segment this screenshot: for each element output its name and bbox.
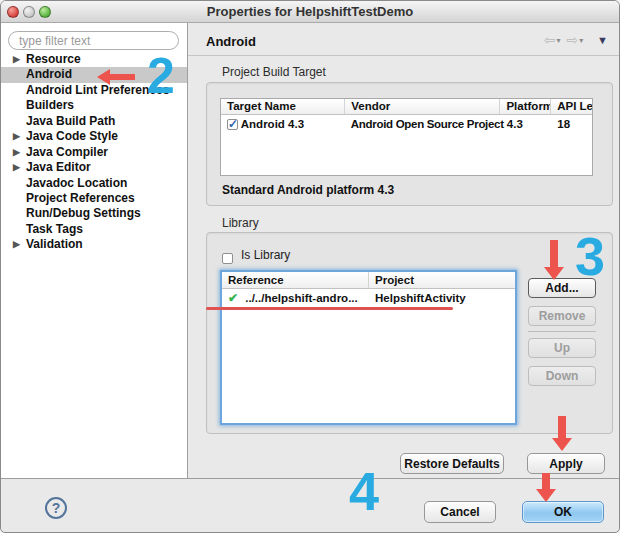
vendor: Android Open Source Project xyxy=(345,118,501,130)
disclosure-triangle-icon[interactable]: ▶ xyxy=(13,237,20,252)
column-header[interactable]: Reference xyxy=(222,272,369,288)
button-divider xyxy=(528,331,596,332)
reference-underline-annotation xyxy=(206,307,453,310)
column-header[interactable]: Project xyxy=(369,272,515,288)
sidebar-item-run-debug-settings[interactable]: Run/Debug Settings xyxy=(1,206,187,221)
down-button: Down xyxy=(528,366,596,386)
reference-path: ../../helpshift-andro... xyxy=(245,292,357,304)
sidebar-item-java-compiler[interactable]: ▶ Java Compiler xyxy=(1,145,187,160)
build-target-summary: Standard Android platform 4.3 xyxy=(222,183,394,197)
disclosure-triangle-icon[interactable]: ▶ xyxy=(13,145,20,160)
checked-checkbox-icon[interactable] xyxy=(227,119,238,130)
table-row[interactable]: Android 4.3 Android Open Source Project … xyxy=(221,115,592,132)
api-level: 18 xyxy=(551,118,592,130)
zoom-icon[interactable] xyxy=(39,6,51,18)
is-library-checkbox[interactable] xyxy=(222,253,233,264)
back-dropdown-icon[interactable]: ▾ xyxy=(557,36,562,45)
restore-defaults-button[interactable]: Restore Defaults xyxy=(400,453,504,474)
window-title: Properties for HelpshiftTestDemo xyxy=(1,1,619,22)
column-header[interactable]: Target Name xyxy=(221,99,345,114)
build-target-group-label: Project Build Target xyxy=(222,65,326,79)
disclosure-triangle-icon[interactable]: ▶ xyxy=(13,129,20,144)
title-bar: Properties for HelpshiftTestDemo xyxy=(1,1,619,23)
target-name: Android 4.3 xyxy=(241,118,304,130)
build-target-table[interactable]: Target Name Vendor Platform API Le Andro… xyxy=(220,98,593,176)
step4-number: 4 xyxy=(349,464,379,518)
disclosure-triangle-icon[interactable]: ▶ xyxy=(13,160,20,175)
green-check-icon: ✔ xyxy=(228,291,238,305)
disclosure-triangle-icon[interactable]: ▶ xyxy=(13,52,20,67)
apply-button[interactable]: Apply xyxy=(527,453,605,474)
library-reference-row[interactable]: ✔ ../../helpshift-andro... HelpshiftActi… xyxy=(222,289,515,306)
column-header[interactable]: Vendor xyxy=(345,99,500,114)
library-table-header: Reference Project xyxy=(222,272,515,289)
forward-icon[interactable]: ⇨ xyxy=(566,32,579,48)
forward-dropdown-icon[interactable]: ▾ xyxy=(579,36,584,45)
ok-arrow-icon xyxy=(536,489,556,502)
reference-project: HelpshiftActivity xyxy=(369,292,515,304)
step3-arrow-icon xyxy=(544,267,564,280)
view-menu-icon[interactable]: ▼ xyxy=(597,34,609,46)
back-icon[interactable]: ⇦ xyxy=(544,32,557,48)
close-icon[interactable] xyxy=(7,6,19,18)
library-references-table[interactable]: Reference Project ✔ ../../helpshift-andr… xyxy=(220,270,517,425)
properties-dialog: Properties for HelpshiftTestDemo ▶ Resou… xyxy=(0,0,620,533)
sidebar-item-java-build-path[interactable]: Java Build Path xyxy=(1,114,187,129)
page-title: Android xyxy=(206,34,256,49)
up-button: Up xyxy=(528,338,596,358)
sidebar-item-validation[interactable]: ▶ Validation xyxy=(1,237,187,252)
ok-arrow-shaft xyxy=(542,473,550,490)
help-button[interactable]: ? xyxy=(45,497,67,519)
remove-button: Remove xyxy=(528,306,596,326)
header-nav: ⇦▾ ⇨▾ ▼ xyxy=(544,32,609,48)
apply-arrow-icon xyxy=(552,438,572,451)
library-group-label: Library xyxy=(222,216,259,230)
sidebar-item-java-code-style[interactable]: ▶ Java Code Style xyxy=(1,129,187,144)
platform: 4.3 xyxy=(501,118,552,130)
sidebar-item-project-references[interactable]: Project References xyxy=(1,191,187,206)
column-header[interactable]: API Le xyxy=(551,99,592,114)
cancel-button[interactable]: Cancel xyxy=(424,501,496,523)
build-target-table-header: Target Name Vendor Platform API Le xyxy=(221,99,592,115)
step3-number: 3 xyxy=(575,229,605,283)
sidebar-item-javadoc-location[interactable]: Javadoc Location xyxy=(1,176,187,191)
minimize-icon[interactable] xyxy=(23,6,35,18)
step3-arrow-shaft xyxy=(550,240,558,268)
sidebar-item-task-tags[interactable]: Task Tags xyxy=(1,222,187,237)
step2-arrow-shaft xyxy=(109,74,135,80)
column-header[interactable]: Platform xyxy=(500,99,551,114)
bottom-divider xyxy=(1,478,620,479)
step2-number: 2 xyxy=(147,51,175,101)
sidebar-item-java-editor[interactable]: ▶ Java Editor xyxy=(1,160,187,175)
is-library-label: Is Library xyxy=(241,248,290,262)
ok-button[interactable]: OK xyxy=(522,501,604,523)
apply-arrow-shaft xyxy=(558,416,566,439)
